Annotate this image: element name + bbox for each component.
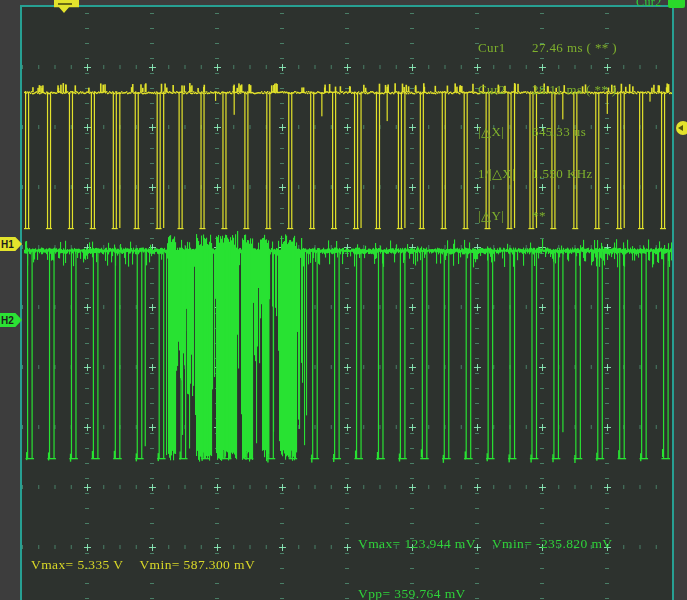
run-status-icon[interactable] xyxy=(668,0,685,8)
cursor-label: Cur1 xyxy=(478,41,532,55)
cursor-value: 27.46 ms ( ** ) xyxy=(532,41,617,55)
cursor-label: Cur2 xyxy=(478,83,532,97)
cursor-value: 28.11 ms ( ** ) xyxy=(532,83,617,97)
cursor-label: |△Y| xyxy=(478,209,532,223)
ch1-vmin: Vmin= 587.300 mV xyxy=(139,557,255,572)
ch2-vmin: Vmin= -235.820 mV xyxy=(492,536,613,551)
ch2-vmax-vmin: Vmax= 123.944 mVVmin= -235.820 mV xyxy=(358,537,612,559)
cursor-row-inv-dx: 1/|△X|1.550 KHz xyxy=(478,167,617,181)
ch1-tag-label: H1 xyxy=(1,239,14,250)
ch1-vmax-vmin: Vmax= 5.335 VVmin= 587.300 mV xyxy=(31,558,255,580)
ch1-measurements: Vmax= 5.335 VVmin= 587.300 mV Vpp= 4.747… xyxy=(31,530,255,600)
ch2-vmax: Vmax= 123.944 mV xyxy=(358,536,476,551)
ch2-measurements: Vmax= 123.944 mVVmin= -235.820 mV Vpp= 3… xyxy=(358,509,612,600)
trigger-level-marker[interactable] xyxy=(676,121,687,135)
oscilloscope-screen: Cur127.46 ms ( ** ) Cur228.11 ms ( ** ) … xyxy=(0,0,687,600)
cursor-value: 645.33 us xyxy=(532,125,586,139)
trigger-position-slot-icon xyxy=(58,3,72,5)
cursor-value: 1.550 KHz xyxy=(532,167,593,181)
ch2-tag-label: H2 xyxy=(1,315,14,326)
ch1-vmax: Vmax= 5.335 V xyxy=(31,557,123,572)
cursor-value: ** xyxy=(532,209,546,223)
cursor-row-dy: |△Y|** xyxy=(478,209,617,223)
cursor-readout: Cur127.46 ms ( ** ) Cur228.11 ms ( ** ) … xyxy=(478,13,617,251)
cursor-row-cur1: Cur127.46 ms ( ** ) xyxy=(478,41,617,55)
cursor-label: 1/|△X| xyxy=(478,167,532,181)
ch2-vpp: Vpp= 359.764 mV xyxy=(358,587,612,600)
left-arrow-icon xyxy=(678,125,683,131)
cursor-label: |△X| xyxy=(478,125,532,139)
cursor-row-cur2: Cur228.11 ms ( ** ) xyxy=(478,83,617,97)
cursor-mode-label: Cur2 xyxy=(636,0,662,9)
cursor-row-dx: |△X|645.33 us xyxy=(478,125,617,139)
